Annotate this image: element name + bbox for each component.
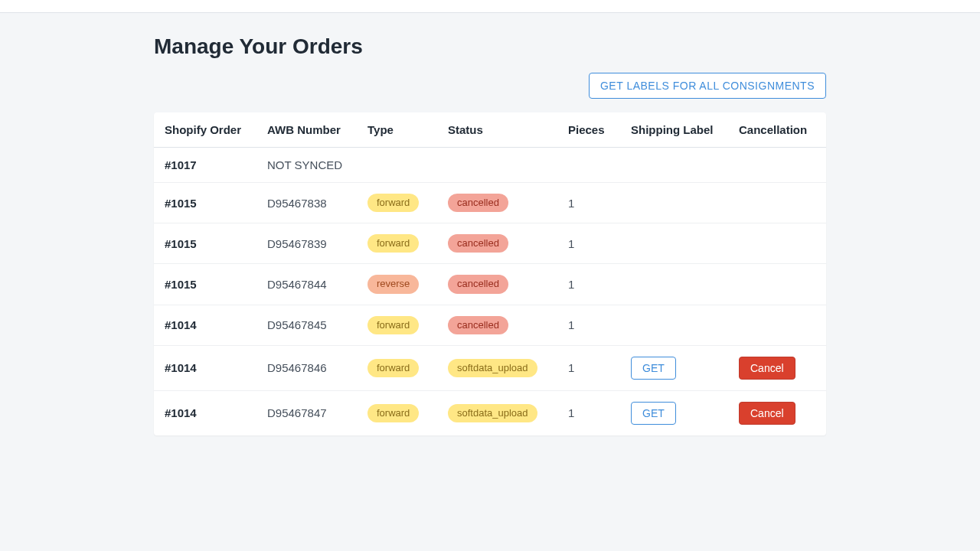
header-shopify-order: Shopify Order [154, 112, 256, 148]
cell-status: softdata_upload [437, 345, 557, 390]
status-badge: cancelled [448, 316, 508, 334]
cell-pieces [557, 148, 620, 183]
table-row: #1014D95467847forwardsoftdata_upload1GET… [154, 390, 826, 435]
get-label-button[interactable]: GET [631, 357, 676, 380]
cell-cancellation [728, 264, 826, 305]
cell-pieces: 1 [557, 345, 620, 390]
cell-pieces: 1 [557, 305, 620, 345]
cell-shopify-order: #1015 [154, 183, 256, 223]
cell-pieces: 1 [557, 264, 620, 305]
type-badge: forward [368, 194, 419, 212]
cell-awb-number: NOT SYNCED [256, 148, 357, 183]
header-type: Type [357, 112, 437, 148]
cell-cancellation [728, 305, 826, 345]
table-row: #1014D95467845forwardcancelled1 [154, 305, 826, 345]
table-row: #1015D95467839forwardcancelled1 [154, 223, 826, 264]
status-badge: softdata_upload [448, 404, 537, 422]
cell-shopify-order: #1014 [154, 390, 256, 435]
get-label-button[interactable]: GET [631, 402, 676, 425]
table-header-row: Shopify Order AWB Number Type Status Pie… [154, 112, 826, 148]
status-badge: cancelled [448, 194, 508, 212]
status-badge: softdata_upload [448, 359, 537, 377]
cell-status [437, 148, 557, 183]
orders-card: Shopify Order AWB Number Type Status Pie… [154, 112, 826, 435]
cell-pieces: 1 [557, 183, 620, 223]
get-all-labels-button[interactable]: GET LABELS FOR ALL CONSIGNMENTS [589, 73, 826, 99]
page-title: Manage Your Orders [154, 34, 826, 59]
status-badge: cancelled [448, 275, 508, 293]
table-row: #1015D95467844reversecancelled1 [154, 264, 826, 305]
cell-shipping-label [620, 223, 728, 264]
header-pieces: Pieces [557, 112, 620, 148]
cell-shopify-order: #1015 [154, 264, 256, 305]
cell-cancellation: Cancel [728, 345, 826, 390]
orders-table: Shopify Order AWB Number Type Status Pie… [154, 112, 826, 435]
cell-cancellation [728, 223, 826, 264]
cell-shipping-label [620, 148, 728, 183]
main-container: Manage Your Orders GET LABELS FOR ALL CO… [154, 13, 826, 435]
cell-shipping-label: GET [620, 390, 728, 435]
cell-type: forward [357, 390, 437, 435]
cell-status: cancelled [437, 183, 557, 223]
type-badge: forward [368, 234, 419, 253]
cell-type: forward [357, 305, 437, 345]
cell-status: softdata_upload [437, 390, 557, 435]
cell-cancellation [728, 183, 826, 223]
header-cancellation: Cancellation [728, 112, 826, 148]
header-awb-number: AWB Number [256, 112, 357, 148]
header-shipping-label: Shipping Label [620, 112, 728, 148]
table-row: #1014D95467846forwardsoftdata_upload1GET… [154, 345, 826, 390]
cell-awb-number: D95467844 [256, 264, 357, 305]
cell-status: cancelled [437, 264, 557, 305]
cell-type: forward [357, 345, 437, 390]
type-badge: forward [368, 316, 419, 334]
cell-shipping-label: GET [620, 345, 728, 390]
status-badge: cancelled [448, 234, 508, 253]
cell-shipping-label [620, 305, 728, 345]
type-badge: forward [368, 359, 419, 377]
action-row: GET LABELS FOR ALL CONSIGNMENTS [154, 73, 826, 99]
type-badge: reverse [368, 275, 419, 293]
cell-awb-number: D95467847 [256, 390, 357, 435]
cell-shopify-order: #1015 [154, 223, 256, 264]
cell-type: forward [357, 223, 437, 264]
cancel-button[interactable]: Cancel [739, 357, 795, 380]
cell-awb-number: D95467846 [256, 345, 357, 390]
cell-pieces: 1 [557, 223, 620, 264]
cell-type: reverse [357, 264, 437, 305]
cell-awb-number: D95467845 [256, 305, 357, 345]
cell-status: cancelled [437, 223, 557, 264]
cell-shipping-label [620, 183, 728, 223]
cancel-button[interactable]: Cancel [739, 402, 795, 425]
cell-shopify-order: #1014 [154, 345, 256, 390]
cell-shopify-order: #1017 [154, 148, 256, 183]
cell-awb-number: D95467838 [256, 183, 357, 223]
table-row: #1015D95467838forwardcancelled1 [154, 183, 826, 223]
cell-awb-number: D95467839 [256, 223, 357, 264]
cell-pieces: 1 [557, 390, 620, 435]
cell-status: cancelled [437, 305, 557, 345]
type-badge: forward [368, 404, 419, 422]
cell-cancellation: Cancel [728, 390, 826, 435]
table-row: #1017NOT SYNCED [154, 148, 826, 183]
cell-cancellation [728, 148, 826, 183]
cell-type [357, 148, 437, 183]
cell-shopify-order: #1014 [154, 305, 256, 345]
topbar [0, 0, 980, 13]
cell-shipping-label [620, 264, 728, 305]
header-status: Status [437, 112, 557, 148]
cell-type: forward [357, 183, 437, 223]
